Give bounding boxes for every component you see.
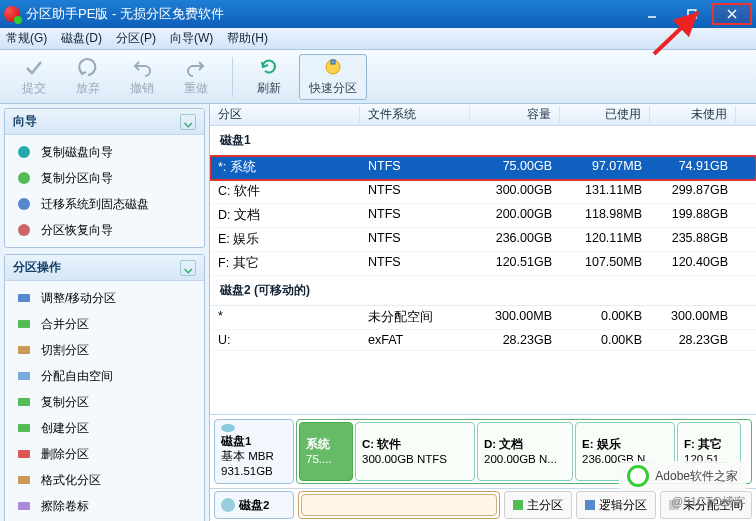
- sidebar-item-label: 迁移系统到固态磁盘: [41, 196, 149, 213]
- collapse-icon: ⌵: [180, 114, 196, 130]
- col-used[interactable]: 已使用: [560, 106, 650, 123]
- op-icon: [15, 393, 33, 411]
- quick-partition-icon: [322, 56, 344, 78]
- disk1-group[interactable]: 磁盘1: [210, 126, 756, 156]
- table-row[interactable]: F: 其它 NTFS 120.51GB 107.50MB 120.40GB: [210, 252, 756, 276]
- sidebar-item[interactable]: 删除分区: [5, 441, 204, 467]
- disk-icon: [221, 424, 235, 432]
- refresh-icon: [258, 56, 280, 78]
- ops-panel: 分区操作 ⌵ 调整/移动分区 合并分区 切割分区 分配自由空间 复制分区 创建分…: [4, 254, 205, 521]
- col-fs[interactable]: 文件系统: [360, 106, 470, 123]
- quick-partition-button[interactable]: 快速分区: [299, 54, 367, 100]
- minimize-button[interactable]: [632, 3, 672, 25]
- col-free[interactable]: 未使用: [650, 106, 736, 123]
- disk2-segments: [298, 491, 500, 519]
- disk2-group[interactable]: 磁盘2 (可移动的): [210, 276, 756, 306]
- sidebar-item[interactable]: 合并分区: [5, 311, 204, 337]
- redo-button[interactable]: 重做: [172, 54, 220, 100]
- redo-icon: [185, 56, 207, 78]
- sidebar-item[interactable]: 分配自由空间: [5, 363, 204, 389]
- undo-button[interactable]: 撤销: [118, 54, 166, 100]
- sidebar-item-label: 调整/移动分区: [41, 290, 116, 307]
- sidebar-item[interactable]: 创建分区: [5, 415, 204, 441]
- discard-button[interactable]: 放弃: [64, 54, 112, 100]
- table-row[interactable]: D: 文档 NTFS 200.00GB 118.98MB 199.88GB: [210, 204, 756, 228]
- sidebar-item[interactable]: 复制分区向导: [5, 165, 204, 191]
- legend-primary: 主分区: [504, 491, 572, 519]
- seg-c[interactable]: C: 软件300.00GB NTFS: [355, 422, 475, 481]
- svg-rect-19: [18, 502, 30, 510]
- seg-unalloc[interactable]: [301, 494, 497, 516]
- collapse-icon: ⌵: [180, 260, 196, 276]
- svg-rect-16: [18, 424, 30, 432]
- close-button[interactable]: [712, 3, 752, 25]
- op-icon: [15, 341, 33, 359]
- sidebar-item-label: 复制分区: [41, 394, 89, 411]
- col-capacity[interactable]: 容量: [470, 106, 560, 123]
- refresh-button[interactable]: 刷新: [245, 54, 293, 100]
- menu-partition[interactable]: 分区(P): [116, 30, 156, 47]
- app-icon: [4, 6, 20, 22]
- svg-rect-17: [18, 450, 30, 458]
- disk1-info[interactable]: 磁盘1 基本 MBR 931.51GB: [214, 419, 294, 484]
- table-row[interactable]: C: 软件 NTFS 300.00GB 131.11MB 299.87GB: [210, 180, 756, 204]
- sidebar-item-label: 格式化分区: [41, 472, 101, 489]
- svg-rect-13: [18, 346, 30, 354]
- window-title: 分区助手PE版 - 无损分区免费软件: [26, 5, 632, 23]
- table-row[interactable]: *: 系统 NTFS 75.00GB 97.07MB 74.91GB: [210, 156, 756, 180]
- svg-rect-15: [18, 398, 30, 406]
- commit-button[interactable]: 提交: [10, 54, 58, 100]
- sidebar-item[interactable]: 擦除卷标: [5, 493, 204, 519]
- menu-wizard[interactable]: 向导(W): [170, 30, 213, 47]
- sidebar-item-label: 切割分区: [41, 342, 89, 359]
- op-icon: [15, 445, 33, 463]
- sidebar-item[interactable]: 切割分区: [5, 337, 204, 363]
- op-icon: [15, 315, 33, 333]
- toolbar-separator: [232, 57, 233, 97]
- wizard-icon: [15, 195, 33, 213]
- sidebar-item-label: 擦除卷标: [41, 498, 89, 515]
- op-icon: [15, 471, 33, 489]
- check-icon: [23, 56, 45, 78]
- menu-disk[interactable]: 磁盘(D): [61, 30, 102, 47]
- menu-general[interactable]: 常规(G): [6, 30, 47, 47]
- table-row[interactable]: * 未分配空间 300.00MB 0.00KB 300.00MB: [210, 306, 756, 330]
- sidebar-item[interactable]: 迁移系统到固态磁盘: [5, 191, 204, 217]
- svg-point-10: [18, 224, 30, 236]
- seg-system[interactable]: 系统75....: [299, 422, 353, 481]
- sidebar-item-label: 复制分区向导: [41, 170, 113, 187]
- op-icon: [15, 289, 33, 307]
- titlebar: 分区助手PE版 - 无损分区免费软件: [0, 0, 756, 28]
- sidebar-item[interactable]: 格式化分区: [5, 467, 204, 493]
- sidebar-item-label: 复制磁盘向导: [41, 144, 113, 161]
- table-row[interactable]: E: 娱乐 NTFS 236.00GB 120.11MB 235.88GB: [210, 228, 756, 252]
- menubar: 常规(G) 磁盘(D) 分区(P) 向导(W) 帮助(H): [0, 28, 756, 50]
- maximize-button[interactable]: [672, 3, 712, 25]
- wizard-panel-header[interactable]: 向导 ⌵: [5, 109, 204, 135]
- sidebar-item-label: 删除分区: [41, 446, 89, 463]
- svg-point-8: [18, 172, 30, 184]
- watermark-sub: @51CTO博客: [671, 494, 746, 511]
- sidebar-item-label: 创建分区: [41, 420, 89, 437]
- seg-d[interactable]: D: 文档200.00GB N...: [477, 422, 573, 481]
- sidebar-item-label: 分区恢复向导: [41, 222, 113, 239]
- sidebar-item[interactable]: 复制磁盘向导: [5, 139, 204, 165]
- wizard-panel: 向导 ⌵ 复制磁盘向导 复制分区向导 迁移系统到固态磁盘 分区恢复向导: [4, 108, 205, 248]
- sidebar-item[interactable]: 调整/移动分区: [5, 285, 204, 311]
- svg-rect-1: [688, 10, 696, 18]
- legend-logical: 逻辑分区: [576, 491, 656, 519]
- ops-panel-header[interactable]: 分区操作 ⌵: [5, 255, 204, 281]
- wizard-icon: [15, 221, 33, 239]
- undo-icon: [131, 56, 153, 78]
- table-row[interactable]: U: exFAT 28.23GB 0.00KB 28.23GB: [210, 330, 756, 351]
- menu-help[interactable]: 帮助(H): [227, 30, 268, 47]
- main-area: 分区 文件系统 容量 已使用 未使用 磁盘1 *: 系统 NTFS 75.00G…: [210, 104, 756, 521]
- disk-icon: [221, 498, 235, 512]
- partition-list[interactable]: 磁盘1 *: 系统 NTFS 75.00GB 97.07MB 74.91GB C…: [210, 126, 756, 415]
- disk2-info[interactable]: 磁盘2: [214, 491, 294, 519]
- svg-rect-14: [18, 372, 30, 380]
- sidebar-item[interactable]: 复制分区: [5, 389, 204, 415]
- sidebar-item[interactable]: 分区恢复向导: [5, 217, 204, 243]
- col-partition[interactable]: 分区: [210, 106, 360, 123]
- op-icon: [15, 497, 33, 515]
